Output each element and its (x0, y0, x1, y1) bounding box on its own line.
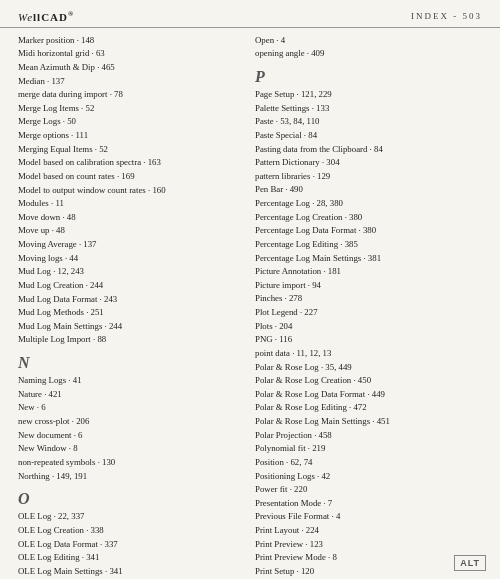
list-item: Mud Log Creation · 244 (18, 279, 245, 293)
list-item: Percentage Log · 28, 380 (255, 197, 482, 211)
section-n: N (18, 353, 245, 372)
list-item: New document · 6 (18, 429, 245, 443)
list-item: Polar & Rose Log Data Format · 449 (255, 388, 482, 402)
list-item: Mud Log Methods · 251 (18, 306, 245, 320)
list-item: Move down · 48 (18, 211, 245, 225)
list-item: Print Setup · 120 (255, 565, 482, 579)
list-item: Percentage Log Editing · 385 (255, 238, 482, 252)
section-o: O (18, 489, 245, 508)
index-content: Marker position · 148 Midi horizontal gr… (0, 34, 500, 547)
list-item: Picture Annotation · 181 (255, 265, 482, 279)
list-item: Merging Equal Items · 52 (18, 143, 245, 157)
list-item: OLE Log Editing · 341 (18, 551, 245, 565)
list-item: merge data during import · 78 (18, 88, 245, 102)
list-item: opening angle · 409 (255, 47, 482, 61)
list-item: OLE Log · 22, 337 (18, 510, 245, 524)
list-item: Previous File Format · 4 (255, 510, 482, 524)
list-item: Pinches · 278 (255, 292, 482, 306)
list-item: Positioning Logs · 42 (255, 470, 482, 484)
page-index: INDEX - 503 (411, 11, 482, 21)
right-column: Open · 4 opening angle · 409 P Page Setu… (255, 34, 482, 547)
list-item: Marker position · 148 (18, 34, 245, 48)
list-item: Model to output window count rates · 160 (18, 184, 245, 198)
list-item: Percentage Log Main Settings · 381 (255, 252, 482, 266)
title-cad: CAD (41, 11, 68, 23)
list-item: Print Preview · 123 (255, 538, 482, 552)
list-item: point data · 11, 12, 13 (255, 347, 482, 361)
list-item: Midi horizontal grid · 63 (18, 47, 245, 61)
list-item: Pasting data from the Clipboard · 84 (255, 143, 482, 157)
list-item: PNG · 116 (255, 333, 482, 347)
list-item: Moving logs · 44 (18, 252, 245, 266)
list-item: Percentage Log Data Format · 380 (255, 224, 482, 238)
app-title: WellCAD® (18, 10, 74, 23)
list-item: Mud Log Data Format · 243 (18, 293, 245, 307)
list-item: Model based on count rates · 169 (18, 170, 245, 184)
list-item: Multiple Log Import · 88 (18, 333, 245, 347)
list-item: Polar Projection · 458 (255, 429, 482, 443)
list-item: Moving Average · 137 (18, 238, 245, 252)
title-we: Well (18, 11, 41, 23)
list-item: OLE Log Main Settings · 341 (18, 565, 245, 579)
list-item: Modules · 11 (18, 197, 245, 211)
alt-logo: ALT (454, 555, 486, 571)
list-item: Open · 4 (255, 34, 482, 48)
list-item: Presentation Mode · 7 (255, 497, 482, 511)
list-item: Pattern Dictionary · 304 (255, 156, 482, 170)
footer: ALT (454, 555, 486, 571)
list-item: Polar & Rose Log Editing · 472 (255, 401, 482, 415)
section-p: P (255, 67, 482, 86)
list-item: Print Preview Mode · 8 (255, 551, 482, 565)
list-item: Palette Settings · 133 (255, 102, 482, 116)
left-column: Marker position · 148 Midi horizontal gr… (18, 34, 255, 547)
list-item: new cross-plot · 206 (18, 415, 245, 429)
list-item: Position · 62, 74 (255, 456, 482, 470)
list-item: OLE Log Creation · 338 (18, 524, 245, 538)
list-item: Move up · 48 (18, 224, 245, 238)
list-item: Plot Legend · 227 (255, 306, 482, 320)
list-item: non-repeated symbols · 130 (18, 456, 245, 470)
list-item: New · 6 (18, 401, 245, 415)
list-item: Percentage Log Creation · 380 (255, 211, 482, 225)
list-item: Mud Log · 12, 243 (18, 265, 245, 279)
list-item: Model based on calibration spectra · 163 (18, 156, 245, 170)
list-item: Pen Bar · 490 (255, 183, 482, 197)
list-item: Power fit · 220 (255, 483, 482, 497)
page-header: WellCAD® INDEX - 503 (0, 0, 500, 28)
list-item: Paste · 53, 84, 110 (255, 115, 482, 129)
list-item: Polynomial fit · 219 (255, 442, 482, 456)
list-item: Paste Special · 84 (255, 129, 482, 143)
list-item: OLE Log Data Format · 337 (18, 538, 245, 552)
list-item: pattern libraries · 129 (255, 170, 482, 184)
list-item: New Window · 8 (18, 442, 245, 456)
list-item: Mud Log Main Settings · 244 (18, 320, 245, 334)
list-item: Nature · 421 (18, 388, 245, 402)
list-item: Median · 137 (18, 75, 245, 89)
list-item: Merge options · 111 (18, 129, 245, 143)
list-item: Print Layout · 224 (255, 524, 482, 538)
list-item: Page Setup · 121, 229 (255, 88, 482, 102)
page-container: WellCAD® INDEX - 503 Marker position · 1… (0, 0, 500, 579)
list-item: Picture import · 94 (255, 279, 482, 293)
list-item: Merge Logs · 50 (18, 115, 245, 129)
list-item: Polar & Rose Log Creation · 450 (255, 374, 482, 388)
list-item: Plots · 204 (255, 320, 482, 334)
list-item: Merge Log Items · 52 (18, 102, 245, 116)
list-item: Polar & Rose Log Main Settings · 451 (255, 415, 482, 429)
list-item: Mean Azimuth & Dip · 465 (18, 61, 245, 75)
list-item: Northing · 149, 191 (18, 470, 245, 484)
list-item: Polar & Rose Log · 35, 449 (255, 361, 482, 375)
list-item: Naming Logs · 41 (18, 374, 245, 388)
